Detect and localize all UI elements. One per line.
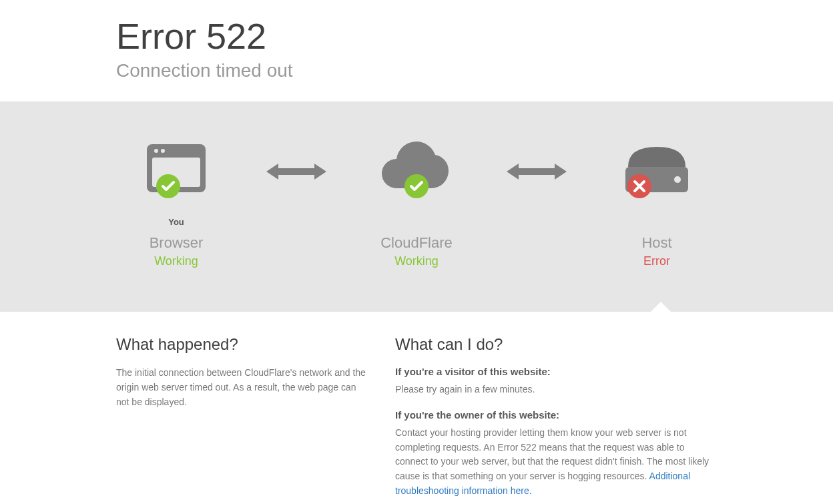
status-ok-badge-icon (155, 173, 182, 202)
owner-body: Contact your hosting provider letting th… (395, 426, 717, 498)
svg-point-2 (154, 149, 158, 153)
pointer-triangle-icon (650, 302, 671, 312)
status-ok-badge-icon (403, 173, 430, 202)
node-browser-title: Browser (116, 234, 236, 252)
arrow-icon (266, 138, 326, 205)
node-host-title: Host (597, 234, 717, 252)
node-cloudflare: CloudFlare Working (356, 138, 477, 268)
status-band: You Browser Working (0, 101, 833, 312)
node-host-sublabel (597, 217, 717, 228)
arrow-icon (507, 138, 567, 205)
node-browser-status: Working (116, 254, 236, 268)
visitor-heading: If you're a visitor of this website: (395, 366, 717, 377)
what-happened-heading: What happened? (116, 335, 368, 354)
node-host: Host Error (597, 138, 717, 268)
node-browser: You Browser Working (116, 138, 236, 268)
error-title: Error 522 (116, 17, 717, 56)
node-cloudflare-status: Working (356, 254, 477, 268)
what-happened-body: The initial connection between CloudFlar… (116, 366, 368, 409)
svg-point-3 (161, 149, 165, 153)
visitor-body: Please try again in a few minutes. (395, 383, 717, 397)
error-subtitle: Connection timed out (116, 60, 717, 81)
node-cloudflare-title: CloudFlare (356, 234, 477, 252)
node-browser-sublabel: You (116, 217, 236, 228)
status-error-badge-icon (626, 173, 653, 202)
svg-marker-5 (266, 164, 326, 180)
svg-point-9 (674, 176, 681, 183)
node-host-status: Error (597, 254, 717, 268)
node-cloudflare-sublabel (356, 217, 477, 228)
svg-marker-7 (507, 164, 567, 180)
what-can-i-do-heading: What can I do? (395, 335, 717, 354)
owner-heading: If you're the owner of this website: (395, 409, 717, 421)
